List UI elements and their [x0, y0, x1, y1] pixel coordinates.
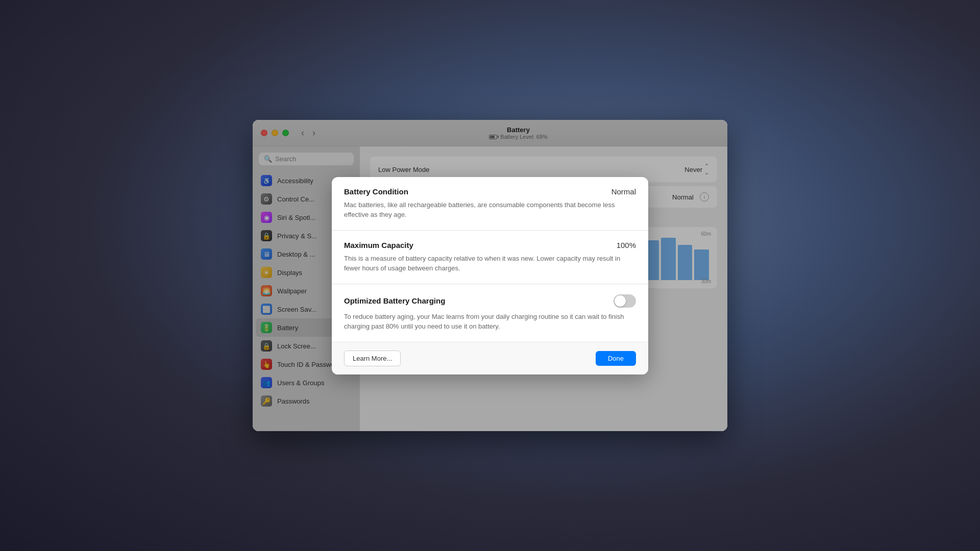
optimized-charging-desc: To reduce battery aging, your Mac learns… [344, 312, 636, 332]
learn-more-button[interactable]: Learn More... [344, 350, 401, 366]
toggle-knob [615, 295, 626, 307]
maximum-capacity-value: 100% [617, 241, 636, 249]
battery-condition-value: Normal [611, 187, 636, 196]
modal-footer: Learn More... Done [332, 342, 648, 374]
battery-condition-desc: Mac batteries, like all rechargeable bat… [344, 200, 636, 220]
battery-condition-title: Battery Condition [344, 187, 408, 196]
maximum-capacity-title: Maximum Capacity [344, 241, 413, 249]
maximum-capacity-desc: This is a measure of battery capacity re… [344, 254, 636, 273]
done-button[interactable]: Done [596, 351, 636, 366]
optimized-charging-title: Optimized Battery Charging [344, 296, 445, 305]
maximum-capacity-section: Maximum Capacity 100% This is a measure … [332, 231, 648, 284]
main-window: ‹ › Battery Battery Level: 69% 🔍 Search … [253, 120, 727, 431]
optimized-charging-section: Optimized Battery Charging To reduce bat… [332, 284, 648, 342]
modal-body: Battery Condition Normal Mac batteries, … [332, 177, 648, 342]
maximum-capacity-header: Maximum Capacity 100% [344, 241, 636, 249]
battery-condition-section: Battery Condition Normal Mac batteries, … [332, 177, 648, 231]
battery-health-modal: Battery Condition Normal Mac batteries, … [332, 177, 648, 374]
optimized-charging-header: Optimized Battery Charging [344, 294, 636, 308]
optimized-charging-toggle[interactable] [614, 294, 636, 308]
modal-overlay: Battery Condition Normal Mac batteries, … [253, 120, 727, 431]
battery-condition-header: Battery Condition Normal [344, 187, 636, 196]
